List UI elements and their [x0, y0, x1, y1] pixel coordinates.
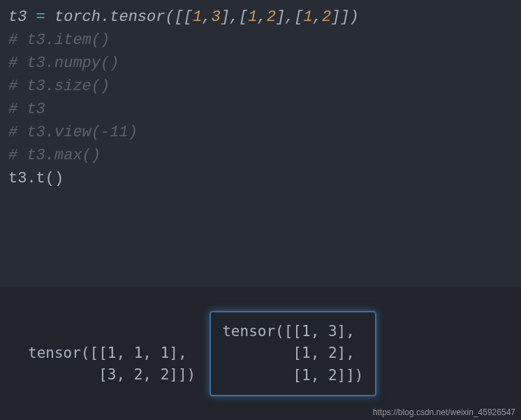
code-line-7: # t3.max(): [8, 144, 513, 167]
code-line-2: # t3.item(): [8, 29, 513, 52]
code-comment: # t3.item(): [8, 31, 110, 49]
code-token: ,: [202, 8, 211, 26]
code-comment: # t3.view(-11): [8, 124, 138, 141]
code-token: ,: [257, 8, 266, 26]
code-token: ],[: [276, 8, 304, 26]
code-token: t3.t(): [8, 170, 64, 187]
code-token: torch.tensor([[: [45, 8, 193, 26]
code-line-8: t3.t(): [8, 167, 513, 190]
output-panel: tensor([[1, 1, 1], [3, 2, 2]]) tensor([[…: [0, 287, 521, 420]
code-line-4: # t3.size(): [8, 75, 513, 98]
code-token: 1: [193, 8, 202, 26]
watermark-text: https://blog.csdn.net/weixin_45926547: [373, 407, 515, 417]
code-token: 1: [303, 8, 312, 26]
code-token: ],[: [221, 8, 249, 26]
code-line-3: # t3.numpy(): [8, 52, 513, 75]
code-comment: # t3: [8, 101, 45, 118]
code-line-6: # t3.view(-11): [8, 121, 513, 144]
code-token: ,: [313, 8, 322, 26]
code-token: 2: [322, 8, 331, 26]
code-comment: # t3.size(): [8, 78, 110, 95]
code-token: =: [36, 8, 45, 26]
code-line-5: # t3: [8, 98, 513, 121]
code-token: 3: [211, 8, 220, 26]
code-comment: # t3.max(): [8, 147, 101, 164]
code-editor[interactable]: t3 = torch.tensor([[1,3],[1,2],[1,2]]) #…: [0, 0, 521, 196]
output-left-tensor: tensor([[1, 1, 1], [3, 2, 2]]): [28, 342, 196, 386]
code-token: 1: [248, 8, 257, 26]
output-right-tensor-highlighted: tensor([[1, 3], [1, 2], [1, 2]]): [210, 311, 376, 397]
code-token: 2: [267, 8, 276, 26]
code-token: t3: [8, 8, 36, 26]
code-line-1: t3 = torch.tensor([[1,3],[1,2],[1,2]]): [8, 6, 513, 29]
code-comment: # t3.numpy(): [8, 55, 119, 72]
code-token: ]]): [331, 8, 359, 26]
